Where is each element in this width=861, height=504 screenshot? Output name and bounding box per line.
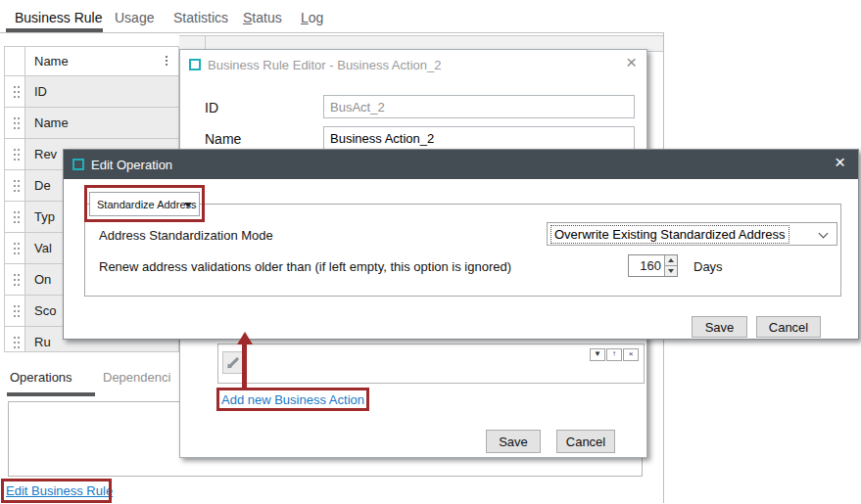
tab-log-accesskey: L — [301, 10, 309, 25]
tabstrip-border — [0, 32, 664, 33]
grid-header-handle-cell — [5, 47, 25, 75]
tab-business-rule[interactable]: Business Rule — [15, 10, 103, 25]
dialog-title: Business Rule Editor - Business Action_2 — [208, 58, 441, 72]
renew-label: Renew address validations older than (if… — [99, 259, 511, 274]
save-button[interactable]: Save — [486, 430, 541, 453]
save-button[interactable]: Save — [692, 316, 747, 338]
annotation-arrow-shaft — [242, 344, 247, 389]
tab-log-rest: og — [309, 10, 324, 25]
grid-header-row: Name — [5, 47, 178, 76]
drag-handle-icon — [14, 305, 16, 307]
operation-groupbox — [84, 204, 841, 297]
add-business-action-link[interactable]: Add new Business Action — [221, 392, 364, 407]
grid-row-label: Val — [34, 241, 52, 255]
mini-button-icon: × — [629, 349, 634, 358]
name-input[interactable] — [323, 126, 635, 150]
drag-handle-cell[interactable] — [5, 76, 25, 107]
dialog-titlebar[interactable]: Business Rule Editor - Business Action_2… — [180, 50, 646, 79]
drag-handle-cell[interactable] — [5, 296, 25, 326]
cancel-button[interactable]: Cancel — [556, 430, 615, 453]
mini-button-icon: ▼ — [594, 349, 601, 358]
grid-row-label: Rev — [34, 147, 57, 161]
grid-row-label: On — [34, 272, 51, 287]
action-mini-toolbar: ▼↑× — [590, 348, 639, 361]
drag-handle-cell[interactable] — [5, 108, 25, 138]
spin-up-icon — [668, 258, 674, 262]
drag-handle-icon — [14, 243, 16, 245]
spin-down-button[interactable] — [665, 266, 677, 276]
drag-handle-icon — [14, 117, 16, 119]
mode-label: Address Standardization Mode — [99, 228, 273, 243]
chevron-down-icon — [819, 229, 829, 239]
edit-action-button[interactable] — [222, 351, 244, 374]
panel-mini-button-move-up[interactable]: ↑ — [606, 348, 622, 361]
renew-days-spinner[interactable]: 160 — [628, 254, 678, 277]
close-icon[interactable]: × — [835, 152, 845, 173]
tab-status[interactable]: Status — [243, 10, 282, 25]
pencil-icon — [227, 357, 238, 368]
grid-header-name-cell[interactable]: Name — [25, 47, 178, 75]
lower-active-tab-underline — [7, 392, 95, 396]
dialog-titlebar[interactable]: Edit Operation × — [64, 150, 858, 179]
renew-unit-label: Days — [694, 259, 723, 274]
drag-handle-cell[interactable] — [5, 170, 25, 201]
drag-handle-icon — [14, 180, 16, 182]
grid-row-label: Typ — [34, 209, 55, 224]
caret-down-icon — [184, 203, 192, 207]
name-label: Name — [205, 131, 241, 147]
grid-row[interactable]: Name — [5, 108, 178, 139]
operation-type-dropdown[interactable]: Standardize Address — [89, 192, 200, 216]
drag-handle-icon — [14, 337, 16, 339]
business-action-panel: ▼↑× — [217, 344, 645, 384]
edit-business-rule-link[interactable]: Edit Business Rule — [6, 483, 113, 498]
mode-combobox[interactable]: Overwrite Existing Standardized Address — [547, 222, 837, 246]
window-icon — [189, 59, 201, 70]
grid-row[interactable]: ID — [5, 76, 178, 108]
tab-usage[interactable]: Usage — [115, 10, 154, 25]
tab-operations[interactable]: Operations — [10, 370, 72, 385]
spinner-buttons — [664, 255, 677, 276]
drag-handle-cell[interactable] — [5, 233, 25, 263]
drag-handle-cell[interactable] — [5, 264, 25, 295]
spin-up-button[interactable] — [665, 255, 677, 266]
grid-row-label: Name — [34, 115, 69, 130]
tab-status-accesskey: S — [243, 10, 252, 25]
id-label: ID — [205, 100, 218, 115]
spin-down-icon — [668, 269, 674, 273]
drag-handle-icon — [14, 274, 16, 276]
grid-row-label: De — [34, 178, 51, 193]
grid-row-label: Sco — [34, 303, 56, 318]
tab-log[interactable]: Log — [301, 10, 323, 25]
id-input[interactable] — [323, 95, 635, 118]
drag-handle-cell[interactable] — [5, 139, 25, 169]
grid-header-label: Name — [34, 54, 69, 69]
panel-mini-button-move-down[interactable]: ▼ — [590, 348, 605, 361]
window-icon — [72, 159, 84, 170]
mode-selected-value: Overwrite Existing Standardized Address — [551, 226, 789, 243]
drag-handle-cell[interactable] — [5, 202, 25, 232]
tab-dependencies[interactable]: Dependenci — [103, 370, 170, 385]
drag-handle-icon — [14, 211, 16, 213]
panel-mini-button-delete[interactable]: × — [623, 348, 639, 361]
drag-handle-cell[interactable] — [5, 327, 25, 352]
close-icon[interactable]: × — [626, 52, 637, 73]
drag-handle-icon — [14, 86, 16, 88]
grid-row-label: Ru — [34, 335, 51, 349]
drag-handle-icon — [14, 149, 16, 151]
edit-operation-dialog: Edit Operation × Standardize Address Add… — [63, 149, 859, 340]
renew-days-value: 160 — [629, 255, 664, 276]
mini-button-icon: ↑ — [612, 349, 616, 358]
more-options-icon[interactable] — [166, 56, 167, 58]
operation-type-value: Standardize Address — [97, 199, 197, 210]
tab-status-rest: tatus — [252, 10, 281, 25]
grid-row-label: ID — [34, 84, 47, 99]
dialog-title: Edit Operation — [91, 158, 172, 172]
tab-statistics[interactable]: Statistics — [173, 10, 228, 25]
cancel-button[interactable]: Cancel — [756, 316, 821, 338]
